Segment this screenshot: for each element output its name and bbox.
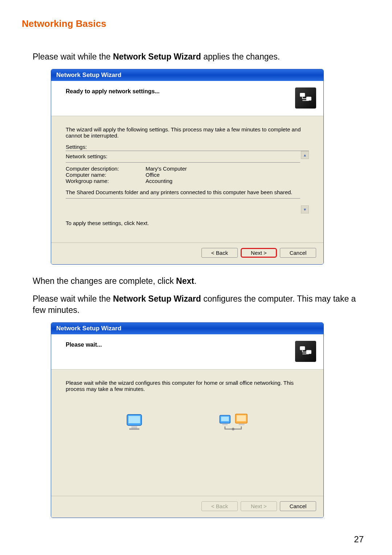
wizard-header: Ready to apply network settings... [51, 81, 323, 116]
scroll-down-button[interactable]: ▾ [301, 205, 309, 213]
settings-row: Workgroup name: Accounting [66, 178, 300, 184]
monitor-icon [124, 412, 144, 434]
divider [66, 198, 300, 199]
instr2-post: . [194, 276, 196, 286]
svg-rect-5 [128, 416, 140, 423]
page-number: 27 [354, 534, 364, 544]
settings-box: ▴ Network settings: Computer description… [66, 151, 309, 213]
progress-animation [66, 397, 309, 456]
wizard-body-intro: The wizard will apply the following sett… [66, 126, 309, 139]
wizard-titlebar: Network Setup Wizard [51, 323, 323, 334]
settings-note: The Shared Documents folder and any prin… [66, 189, 300, 195]
svg-rect-9 [221, 417, 229, 421]
row-key: Computer description: [66, 166, 146, 172]
next-button: Next > [241, 501, 277, 511]
svg-rect-13 [239, 424, 245, 425]
row-key: Computer name: [66, 172, 146, 178]
divider [66, 162, 300, 163]
wizard-body-intro: Please wait while the wizard configures … [66, 380, 309, 392]
wizard-footer: < Back Next > Cancel [51, 242, 323, 264]
back-button: < Back [201, 501, 238, 511]
wizard-body: Please wait while the wizard configures … [51, 370, 323, 496]
next-button[interactable]: Next > [241, 248, 277, 258]
instr2-bold: Next [176, 276, 194, 286]
settings-row: Computer description: Mary's Computer [66, 166, 300, 172]
settings-heading: Network settings: [66, 153, 300, 159]
network-wizard-icon [295, 341, 316, 362]
instr3-pre: Please wait while the [33, 294, 113, 303]
row-value: Office [146, 172, 300, 178]
apply-note: To apply these settings, click Next. [66, 220, 309, 226]
settings-label: Settings: [66, 144, 309, 150]
svg-rect-6 [131, 426, 137, 428]
wizard-header-text: Ready to apply network settings... [66, 87, 295, 109]
instr1-bold: Network Setup Wizard [113, 52, 201, 61]
instruction-2: When the changes are complete, click Nex… [33, 276, 370, 287]
back-label: < Back [211, 250, 228, 256]
settings-row: Computer name: Office [66, 172, 300, 178]
instr2-pre: When the changes are complete, click [33, 276, 176, 286]
row-value: Mary's Computer [146, 166, 300, 172]
cancel-button[interactable]: Cancel [280, 248, 316, 258]
network-computers-icon [218, 412, 250, 434]
wizard-footer: < Back Next > Cancel [51, 496, 323, 518]
wizard-header: Please wait... [51, 334, 323, 370]
instr1-pre: Please wait while the [33, 52, 113, 61]
scroll-up-button[interactable]: ▴ [301, 151, 309, 159]
row-value: Accounting [146, 178, 300, 184]
section-heading: Networking Basics [22, 18, 370, 29]
next-label: Next > [251, 250, 267, 256]
svg-rect-7 [129, 428, 139, 430]
wizard-body: The wizard will apply the following sett… [51, 116, 323, 242]
wizard-ready: Network Setup Wizard Ready to apply netw… [51, 69, 324, 265]
row-key: Workgroup name: [66, 178, 146, 184]
back-button[interactable]: < Back [201, 248, 238, 258]
network-wizard-icon [295, 87, 316, 109]
wizard-wait: Network Setup Wizard Please wait... Plea… [51, 322, 324, 518]
svg-rect-0 [300, 93, 305, 97]
instruction-3: Please wait while the Network Setup Wiza… [33, 293, 370, 316]
instr1-post: applies the changes. [201, 52, 280, 61]
svg-rect-10 [222, 424, 228, 425]
svg-point-14 [232, 428, 234, 430]
instr3-bold: Network Setup Wizard [113, 294, 201, 303]
cancel-button[interactable]: Cancel [280, 501, 316, 511]
svg-rect-2 [300, 346, 305, 350]
wizard-header-text: Please wait... [66, 341, 295, 362]
back-label: < Back [211, 503, 228, 509]
instruction-1: Please wait while the Network Setup Wiza… [33, 51, 370, 62]
svg-rect-12 [237, 415, 246, 421]
next-label: Next > [251, 503, 267, 509]
wizard-titlebar: Network Setup Wizard [51, 69, 323, 81]
